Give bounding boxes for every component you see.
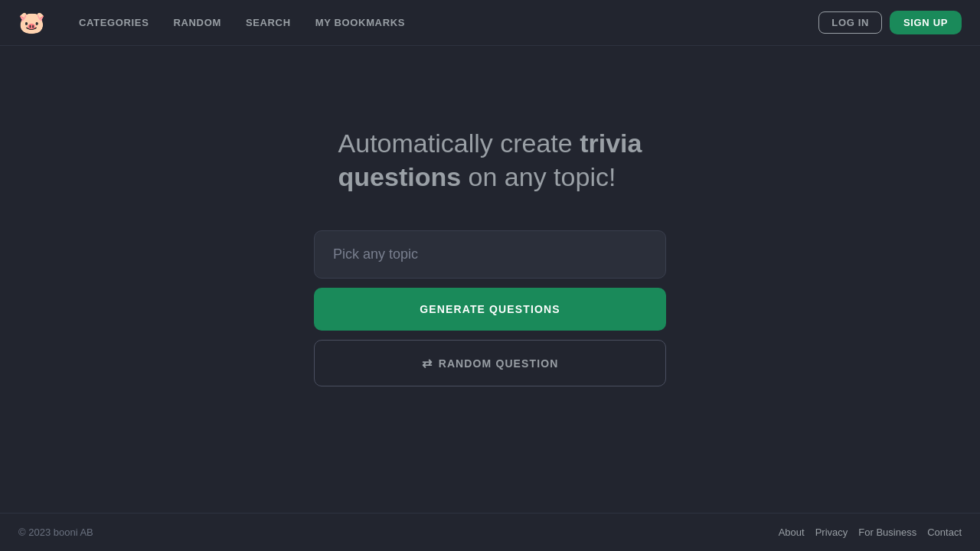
footer-for-business[interactable]: For Business <box>858 527 916 538</box>
footer-about[interactable]: About <box>779 527 805 538</box>
hero-line1: Automatically create <box>338 129 580 158</box>
generate-button[interactable]: GENERATE QUESTIONS <box>314 288 666 331</box>
hero-line3: on any topic! <box>461 162 616 191</box>
footer-links: About Privacy For Business Contact <box>779 527 962 538</box>
nav-bookmarks[interactable]: MY BOOKMARKS <box>306 11 414 34</box>
topic-input[interactable] <box>314 230 666 279</box>
footer-contact[interactable]: Contact <box>927 527 962 538</box>
header-actions: LOG IN SIGN UP <box>818 11 962 34</box>
login-button[interactable]: LOG IN <box>818 11 882 34</box>
hero-text: Automatically create trivia questions on… <box>338 126 642 194</box>
random-button[interactable]: ⇄ RANDOM QUESTION <box>314 340 666 386</box>
nav-random[interactable]: RANDOM <box>165 11 230 34</box>
footer-copyright: © 2023 booni AB <box>18 527 93 538</box>
topic-form: GENERATE QUESTIONS ⇄ RANDOM QUESTION <box>314 230 666 386</box>
signup-button[interactable]: SIGN UP <box>890 11 962 34</box>
hero-trivia: trivia <box>580 129 642 158</box>
nav-search[interactable]: SEARCH <box>237 11 300 34</box>
nav-categories[interactable]: CATEGORIES <box>70 11 158 34</box>
shuffle-icon: ⇄ <box>422 356 433 370</box>
hero-questions: questions <box>338 162 462 191</box>
footer: © 2023 booni AB About Privacy For Busine… <box>0 513 980 551</box>
hero-heading: Automatically create trivia questions on… <box>338 126 642 194</box>
logo[interactable]: 🐷 <box>18 10 45 35</box>
footer-privacy[interactable]: Privacy <box>815 527 848 538</box>
header: 🐷 CATEGORIES RANDOM SEARCH MY BOOKMARKS … <box>0 0 980 46</box>
random-label: RANDOM QUESTION <box>439 357 559 370</box>
main-nav: CATEGORIES RANDOM SEARCH MY BOOKMARKS <box>70 11 818 34</box>
main-content: Automatically create trivia questions on… <box>0 46 980 513</box>
